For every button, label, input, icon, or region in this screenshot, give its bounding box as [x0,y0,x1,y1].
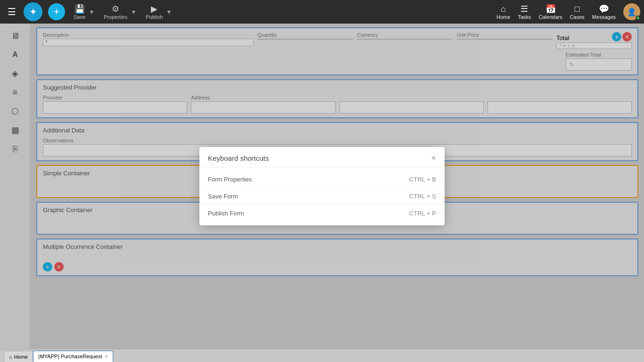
tab-bar: ⌂ Home (MYAPP) PurchaseRequest × [0,349,644,362]
shortcut-key-1: CTRL + S [409,193,436,200]
save-icon: 💾 [74,4,85,14]
publish-label: Publish [146,14,163,20]
keyboard-shortcuts-modal: Keyboard shortcuts × Form Properties CTR… [199,147,445,225]
logo-icon: ✦ [24,2,42,21]
shortcut-save-form: Save Form CTRL + S [199,188,445,205]
shortcut-name-0: Form Properties [208,176,252,183]
cases-icon: □ [575,4,580,14]
save-dropdown[interactable]: ▾ [88,7,95,16]
properties-label: Properties [104,14,127,20]
messages-icon: 💬 [599,4,609,14]
messages-label: Messages [592,14,616,20]
nav-tasks[interactable]: ☰ Tasks [518,4,531,20]
modal-header: Keyboard shortcuts × [199,147,445,167]
properties-icon: ⚙ [112,4,119,14]
nav-cases[interactable]: □ Cases [570,4,585,20]
nav-messages[interactable]: 💬 Messages [592,4,616,20]
hamburger-icon[interactable]: ☰ [4,4,20,19]
shortcut-form-properties: Form Properties CTRL + B [199,171,445,188]
tasks-icon: ☰ [520,4,528,14]
nav-right: ⌂ Home ☰ Tasks 📅 Calendars □ Cases 💬 Mes… [496,3,640,20]
calendars-icon: 📅 [545,4,556,14]
home-tab-icon: ⌂ [9,354,12,360]
modal-body: Form Properties CTRL + B Save Form CTRL … [199,167,445,225]
save-group: 💾 Save ▾ [71,2,95,22]
publish-group: ▶ Publish ▾ [143,2,173,22]
nav-calendars[interactable]: 📅 Calendars [539,4,562,20]
tab-close-icon[interactable]: × [105,354,108,359]
user-avatar[interactable]: 👤 [623,3,640,20]
publish-dropdown[interactable]: ▾ [165,7,173,16]
nav-home[interactable]: ⌂ Home [496,4,510,20]
save-button[interactable]: 💾 Save [71,2,88,22]
calendars-label: Calendars [539,14,562,20]
publish-icon: ▶ [151,4,157,14]
shortcut-name-2: Publish Form [208,210,244,217]
home-tab[interactable]: ⌂ Home [4,351,33,362]
properties-button[interactable]: ⚙ Properties [101,2,130,22]
shortcut-name-1: Save Form [208,193,238,200]
shortcut-publish-form: Publish Form CTRL + P [199,205,445,222]
modal-title: Keyboard shortcuts [208,154,269,162]
online-indicator [636,16,640,20]
save-label: Save [74,14,85,20]
shortcut-key-0: CTRL + B [409,176,436,183]
cases-label: Cases [570,14,585,20]
add-button[interactable]: + [48,3,65,20]
modal-overlay: Keyboard shortcuts × Form Properties CTR… [0,24,644,349]
shortcut-key-2: CTRL + P [409,210,436,217]
home-label: Home [496,14,510,20]
modal-close-button[interactable]: × [431,154,436,162]
purchase-request-tab[interactable]: (MYAPP) PurchaseRequest × [33,351,113,362]
publish-button[interactable]: ▶ Publish [143,2,165,22]
tasks-label: Tasks [518,14,531,20]
top-navbar: ☰ ✦ + 💾 Save ▾ ⚙ Properties ▾ ▶ Publish … [0,0,644,24]
home-tab-label: Home [14,354,28,360]
tab-label: (MYAPP) PurchaseRequest [38,354,102,359]
properties-group: ⚙ Properties ▾ [101,2,137,22]
properties-dropdown[interactable]: ▾ [130,7,137,16]
home-icon: ⌂ [501,4,506,14]
